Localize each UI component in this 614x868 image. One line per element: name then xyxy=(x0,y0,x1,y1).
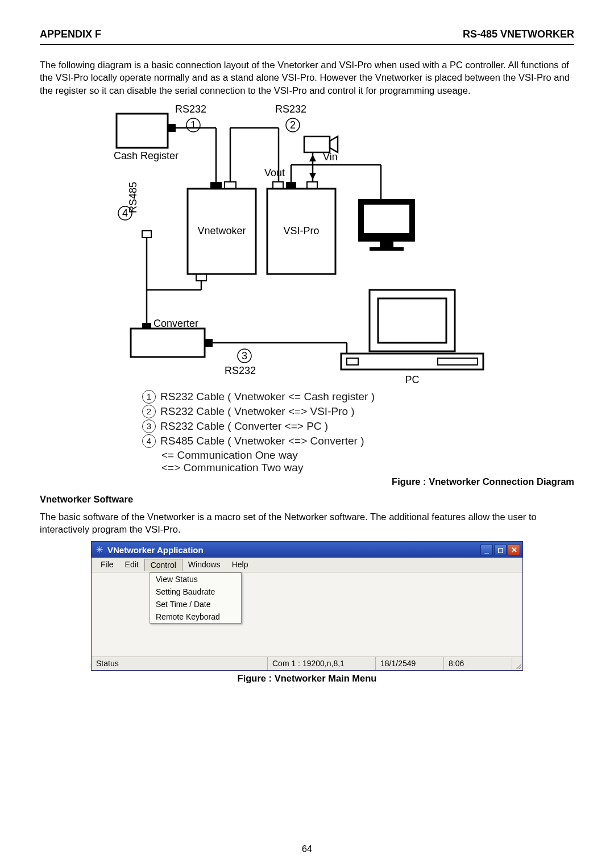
titlebar: ✳ VNetworker Application _ ◻ ✕ xyxy=(92,542,522,558)
figure1-caption: Figure : Vnetworker Connection Diagram xyxy=(40,476,574,487)
menubar: File Edit Control Windows Help xyxy=(92,558,522,572)
diagram-num-2: 2 xyxy=(290,119,296,131)
svg-marker-18 xyxy=(309,173,316,180)
svg-rect-0 xyxy=(117,114,168,148)
svg-rect-44 xyxy=(347,358,358,365)
status-label: Status xyxy=(92,657,268,670)
svg-rect-26 xyxy=(380,242,393,247)
label-vin: Vin xyxy=(323,151,338,163)
label-cash-register: Cash Register xyxy=(114,150,179,161)
dd-set-time-date[interactable]: Set Time / Date xyxy=(150,598,241,610)
status-com: Com 1 : 19200,n,8,1 xyxy=(268,657,376,670)
dd-remote-keyborad[interactable]: Remote Keyborad xyxy=(150,610,241,623)
legend-item-4: 4 RS485 Cable ( Vnetwoker <=> Converter … xyxy=(142,434,574,448)
label-rs232-3: RS232 xyxy=(225,365,256,376)
legend-text-1: RS232 Cable ( Vnetwoker <= Cash register… xyxy=(160,391,375,403)
minimize-button[interactable]: _ xyxy=(480,544,493,555)
legend-item-1: 1 RS232 Cable ( Vnetwoker <= Cash regist… xyxy=(142,390,574,404)
legend-num-1: 1 xyxy=(142,390,156,404)
label-pc: PC xyxy=(405,374,419,385)
svg-rect-13 xyxy=(307,182,317,189)
svg-rect-25 xyxy=(364,205,409,233)
menu-edit[interactable]: Edit xyxy=(119,559,144,571)
legend-one-way: <= Communication One way xyxy=(161,449,574,462)
svg-rect-42 xyxy=(378,298,446,343)
software-header: Vnetworker Software xyxy=(40,494,574,505)
legend-text-3: RS232 Cable ( Converter <=> PC ) xyxy=(160,420,328,433)
svg-marker-17 xyxy=(309,155,316,161)
diagram-num-1: 1 xyxy=(190,119,196,131)
client-area: View Status Setting Baudrate Set Time / … xyxy=(92,572,522,657)
legend-text-4: RS485 Cable ( Vnetwoker <=> Converter ) xyxy=(160,435,364,447)
svg-rect-45 xyxy=(438,358,478,365)
app-title: VNetworker Application xyxy=(107,545,480,555)
label-converter: Converter xyxy=(154,318,198,329)
legend-text-2: RS232 Cable ( Vnetwoker <=> VSI-Pro ) xyxy=(160,405,355,418)
diagram-legend: 1 RS232 Cable ( Vnetwoker <= Cash regist… xyxy=(142,390,574,474)
menu-file[interactable]: File xyxy=(95,559,119,571)
svg-rect-6 xyxy=(225,182,236,189)
label-vsipro: VSI-Pro xyxy=(283,225,319,236)
resize-grip-icon[interactable] xyxy=(512,657,522,670)
legend-num-4: 4 xyxy=(142,434,156,448)
connection-diagram-svg: RS232 1 Cash Register RS232 2 Vin Vout V… xyxy=(97,102,517,387)
dd-view-status[interactable]: View Status xyxy=(150,573,241,585)
figure2-caption: Figure : Vnetworker Main Menu xyxy=(40,673,574,684)
page-header: APPENDIX F RS-485 VNETWORKER xyxy=(40,28,574,45)
svg-rect-14 xyxy=(304,136,330,152)
svg-rect-27 xyxy=(370,247,404,251)
label-rs232-2: RS232 xyxy=(275,103,306,115)
diagram-num-3: 3 xyxy=(242,350,247,362)
label-vnetwoker: Vnetwoker xyxy=(197,225,246,236)
status-time: 8:06 xyxy=(444,657,512,670)
svg-rect-30 xyxy=(196,274,206,281)
maximize-button[interactable]: ◻ xyxy=(494,544,507,555)
label-rs232-1: RS232 xyxy=(175,103,206,115)
menu-help[interactable]: Help xyxy=(226,559,254,571)
software-paragraph: The basic software of the Vnetworker is … xyxy=(40,510,574,536)
close-button[interactable]: ✕ xyxy=(508,544,520,555)
label-vout: Vout xyxy=(264,167,285,178)
svg-rect-12 xyxy=(286,182,296,189)
svg-rect-43 xyxy=(341,354,483,369)
status-date: 18/1/2549 xyxy=(376,657,444,670)
menu-windows[interactable]: Windows xyxy=(182,559,226,571)
dd-setting-baudrate[interactable]: Setting Baudrate xyxy=(150,585,241,598)
page-number: 64 xyxy=(0,844,614,854)
legend-item-3: 3 RS232 Cable ( Converter <=> PC ) xyxy=(142,420,574,433)
connection-diagram: RS232 1 Cash Register RS232 2 Vin Vout V… xyxy=(97,102,517,387)
svg-rect-5 xyxy=(210,182,222,189)
svg-rect-29 xyxy=(142,231,151,238)
window-buttons: _ ◻ ✕ xyxy=(480,544,520,555)
legend-num-3: 3 xyxy=(142,420,156,433)
statusbar: Status Com 1 : 19200,n,8,1 18/1/2549 8:0… xyxy=(92,657,522,670)
menu-control[interactable]: Control xyxy=(144,559,182,571)
svg-marker-15 xyxy=(330,136,338,152)
legend-num-2: 2 xyxy=(142,405,156,418)
svg-rect-36 xyxy=(131,329,205,357)
app-icon: ✳ xyxy=(95,545,104,554)
intro-paragraph: The following diagram is a basic connect… xyxy=(40,59,574,97)
svg-rect-1 xyxy=(168,124,176,132)
header-left: APPENDIX F xyxy=(40,28,101,40)
label-rs485: RS485 xyxy=(127,182,139,213)
control-dropdown: View Status Setting Baudrate Set Time / … xyxy=(150,572,242,624)
svg-rect-37 xyxy=(205,339,213,347)
legend-two-way: <=> Communication Two way xyxy=(161,462,574,474)
vnetworker-app-window: ✳ VNetworker Application _ ◻ ✕ File Edit… xyxy=(91,541,523,671)
svg-rect-11 xyxy=(273,182,283,189)
header-right: RS-485 VNETWORKER xyxy=(463,28,574,40)
legend-item-2: 2 RS232 Cable ( Vnetwoker <=> VSI-Pro ) xyxy=(142,405,574,418)
